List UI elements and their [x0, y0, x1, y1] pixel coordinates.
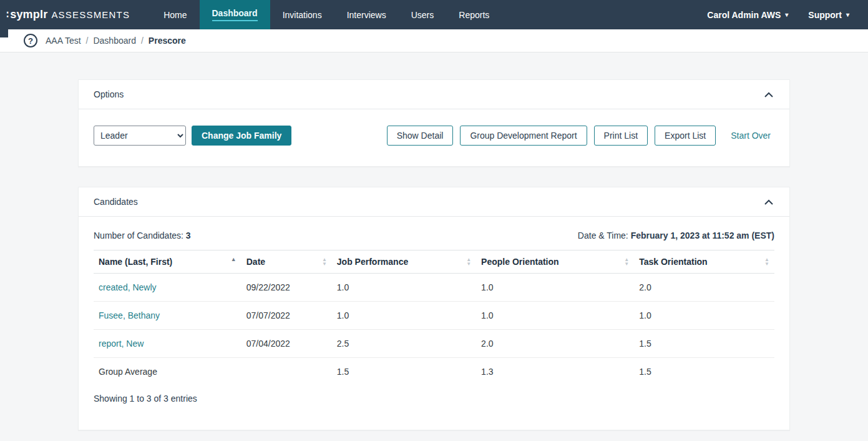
table-row: Fusee, Bethany 07/07/2022 1.0 1.0 1.0 — [94, 302, 774, 330]
column-label: Name (Last, First) — [99, 257, 172, 267]
cell-job-performance: 2.5 — [332, 330, 476, 358]
cell-name: created, Newly — [94, 274, 241, 302]
chevron-up-icon — [764, 199, 773, 205]
chevron-down-icon: ▾ — [846, 12, 849, 18]
candidate-name-link[interactable]: Fusee, Bethany — [99, 310, 160, 320]
group-development-report-button[interactable]: Group Development Report — [460, 126, 587, 146]
cell-job-performance: 1.0 — [332, 274, 476, 302]
user-menu[interactable]: Carol Admin AWS ▾ — [697, 0, 798, 29]
support-menu-label: Support — [808, 10, 842, 20]
candidates-table: Name (Last, First)▲ Date▲▼ Job Performan… — [94, 250, 774, 385]
user-menu-label: Carol Admin AWS — [707, 10, 781, 20]
sort-icon: ▲▼ — [322, 257, 327, 266]
sort-ascending-icon: ▲ — [231, 257, 237, 262]
sort-icon: ▲▼ — [466, 257, 471, 266]
start-over-link[interactable]: Start Over — [727, 130, 774, 141]
support-menu[interactable]: Support ▾ — [798, 0, 859, 29]
brand-name: symplr — [10, 8, 47, 21]
candidate-name-link[interactable]: created, Newly — [99, 282, 157, 292]
column-header-task-orientation[interactable]: Task Orientation▲▼ — [634, 250, 774, 274]
options-card-body: Leader Change Job Family Show Detail Gro… — [79, 109, 789, 166]
table-entries-summary: Showing 1 to 3 of 3 entries — [94, 394, 774, 404]
nav-item-users[interactable]: Users — [399, 0, 447, 29]
column-header-people-orientation[interactable]: People Orientation▲▼ — [476, 250, 634, 274]
main-nav: Home Dashboard Invitations Interviews Us… — [151, 0, 502, 29]
table-row: report, New 07/04/2022 2.5 2.0 1.5 — [94, 330, 774, 358]
brand-product: ASSESSMENTS — [51, 9, 130, 20]
sort-down-icon: ▼ — [322, 262, 327, 266]
column-header-name[interactable]: Name (Last, First)▲ — [94, 250, 241, 274]
cell-job-performance: 1.0 — [332, 302, 476, 330]
candidates-card: Candidates Number of Candidates: 3 Date … — [78, 187, 790, 430]
nav-item-interviews[interactable]: Interviews — [334, 0, 399, 29]
nav-label: Users — [411, 10, 434, 20]
column-header-date[interactable]: Date▲▼ — [241, 250, 332, 274]
cell-people-orientation: 1.0 — [476, 302, 634, 330]
options-right-group: Show Detail Group Development Report Pri… — [380, 126, 774, 146]
main-content: Options Leader Change Job Family Show De… — [0, 52, 868, 441]
cell-people-orientation: 2.0 — [476, 330, 634, 358]
cell-date — [241, 358, 332, 386]
cell-task-orientation: 1.0 — [634, 302, 774, 330]
options-card: Options Leader Change Job Family Show De… — [78, 79, 790, 167]
sort-down-icon: ▼ — [624, 262, 629, 266]
candidates-table-head: Name (Last, First)▲ Date▲▼ Job Performan… — [94, 250, 774, 274]
candidates-collapse-button[interactable] — [763, 198, 774, 206]
candidates-card-title: Candidates — [94, 197, 138, 207]
breadcrumb: ? AAA Test / Dashboard / Prescore — [0, 29, 868, 52]
sort-down-icon: ▼ — [764, 262, 769, 266]
brand-logo: ∶ symplr ASSESSMENTS — [0, 0, 141, 29]
cell-people-orientation: 1.3 — [476, 358, 634, 386]
help-icon[interactable]: ? — [24, 34, 37, 47]
print-list-button[interactable]: Print List — [594, 126, 648, 146]
show-detail-button[interactable]: Show Detail — [387, 126, 454, 146]
cell-task-orientation: 1.5 — [634, 358, 774, 386]
cell-people-orientation: 1.0 — [476, 274, 634, 302]
candidates-card-header: Candidates — [79, 187, 789, 217]
candidate-count-label: Number of Candidates: — [94, 230, 183, 240]
brand-mark-icon: ∶ — [6, 9, 9, 21]
options-collapse-button[interactable] — [763, 91, 774, 99]
breadcrumb-item-aaa-test[interactable]: AAA Test — [46, 36, 81, 46]
report-datetime-label: Date & Time: — [578, 230, 628, 240]
cell-job-performance: 1.5 — [332, 358, 476, 386]
candidate-name-link[interactable]: report, New — [99, 339, 144, 349]
export-list-button[interactable]: Export List — [655, 126, 716, 146]
breadcrumb-separator: / — [86, 36, 89, 46]
breadcrumb-separator: / — [141, 36, 144, 46]
nav-item-reports[interactable]: Reports — [446, 0, 502, 29]
column-header-job-performance[interactable]: Job Performance▲▼ — [332, 250, 476, 274]
logo-tail-decoration — [0, 29, 8, 37]
nav-item-invitations[interactable]: Invitations — [270, 0, 334, 29]
breadcrumb-item-current: Prescore — [149, 36, 186, 46]
sort-down-icon: ▼ — [466, 262, 471, 266]
header-right: Carol Admin AWS ▾ Support ▾ — [697, 0, 868, 29]
candidates-card-body: Number of Candidates: 3 Date & Time: Feb… — [79, 217, 789, 430]
sort-icon: ▲▼ — [624, 257, 629, 266]
job-family-select[interactable]: Leader — [94, 126, 186, 146]
cell-name: Group Average — [94, 358, 241, 386]
candidates-table-body: created, Newly 09/22/2022 1.0 1.0 2.0 Fu… — [94, 274, 774, 386]
report-datetime: Date & Time: February 1, 2023 at 11:52 a… — [578, 230, 774, 240]
nav-label: Reports — [459, 10, 489, 20]
change-job-family-button[interactable]: Change Job Family — [192, 126, 291, 146]
report-datetime-value: February 1, 2023 at 11:52 am (EST) — [631, 230, 774, 240]
cell-task-orientation: 1.5 — [634, 330, 774, 358]
cell-date: 09/22/2022 — [241, 274, 332, 302]
options-left-group: Leader Change Job Family — [94, 126, 291, 146]
column-label: Job Performance — [337, 257, 408, 267]
cell-date: 07/04/2022 — [241, 330, 332, 358]
table-row: created, Newly 09/22/2022 1.0 1.0 2.0 — [94, 274, 774, 302]
nav-label: Invitations — [283, 10, 322, 20]
column-label: Date — [246, 257, 265, 267]
nav-label: Interviews — [347, 10, 386, 20]
nav-label: Home — [163, 10, 187, 20]
candidate-count: Number of Candidates: 3 — [94, 230, 191, 240]
header-row: Name (Last, First)▲ Date▲▼ Job Performan… — [94, 250, 774, 274]
nav-item-home[interactable]: Home — [151, 0, 199, 29]
column-label: Task Orientation — [639, 257, 707, 267]
chevron-down-icon: ▾ — [785, 12, 788, 18]
nav-item-dashboard[interactable]: Dashboard — [200, 0, 270, 29]
group-average-row: Group Average 1.5 1.3 1.5 — [94, 358, 774, 386]
breadcrumb-item-dashboard[interactable]: Dashboard — [93, 36, 136, 46]
